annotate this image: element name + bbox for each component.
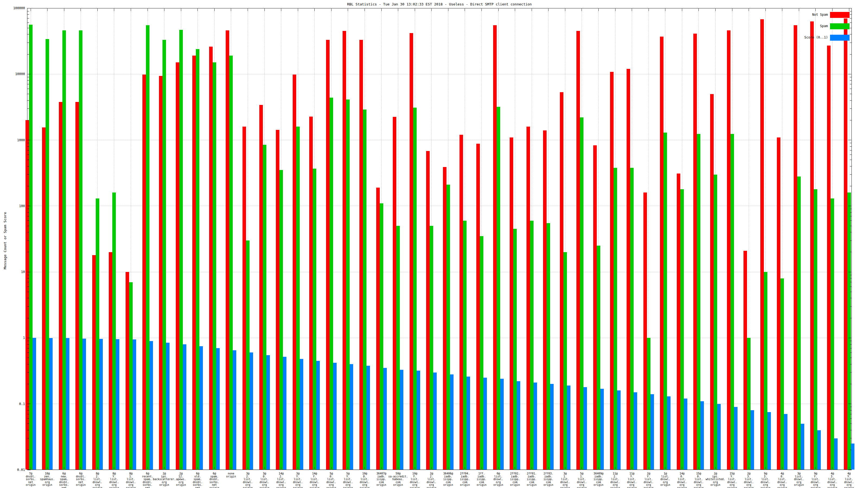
y-minor-tick (27, 423, 29, 424)
x-tick-bottom (582, 467, 582, 469)
bar-not-spam (827, 45, 831, 469)
bar-spam (29, 25, 33, 469)
x-tick-label: 5@ Y. list. dnswl. org origin (343, 472, 353, 488)
bar-score (66, 338, 69, 469)
y-minor-tick (850, 430, 851, 430)
bar-not-spam (226, 30, 229, 469)
y-minor-tick (850, 11, 851, 11)
y-minor-tick (27, 364, 29, 364)
x-tick-label: 3@ 2. list. dnswl. org origin (243, 472, 252, 488)
y-tick-label: 100 (1, 204, 25, 208)
y-minor-tick (850, 108, 851, 109)
x-tick-label: 9@ 3. list. dnswl. org origin (761, 472, 770, 488)
x-tick-label: 2ff04. iadb. isipp. com origin (460, 472, 470, 487)
x-tick-top (815, 8, 816, 11)
y-minor-tick (850, 166, 851, 166)
x-tick-label: 14@ 2. list. dnswl. org origin (276, 472, 286, 488)
y-major-tick (848, 272, 851, 272)
x-tick-top (64, 8, 64, 11)
x-tick-top (265, 8, 265, 11)
x-tick-bottom (197, 467, 198, 469)
bar-score (801, 424, 804, 469)
y-minor-tick (850, 318, 851, 318)
y-tick-label: 1000 (1, 138, 25, 142)
y-minor-tick (27, 358, 29, 358)
x-tick-label: 11@ 2. list. dnswl. org origin (610, 472, 620, 488)
bar-score (400, 370, 403, 469)
bar-score (684, 398, 687, 469)
bar-not-spam (577, 31, 580, 469)
bar-score (717, 404, 721, 469)
y-minor-tick (850, 160, 851, 160)
x-tick-top (532, 8, 532, 11)
y-minor-tick (850, 150, 851, 151)
x-tick-top (197, 8, 198, 11)
x-tick-label: 3@ list. dnswl. org origin (794, 472, 804, 487)
bar-score (416, 370, 420, 469)
legend-label-score: Score (0..1) (804, 35, 828, 39)
x-tick-label: 7@ dnsbl. sorbs. net origin (26, 472, 35, 487)
y-minor-tick (27, 438, 29, 438)
bar-score (216, 348, 220, 469)
bar-spam (647, 338, 650, 469)
x-tick-label: 2ff03. iadb. isipp. com origin (544, 472, 553, 487)
bar-not-spam (510, 137, 513, 469)
bar-score (367, 366, 370, 469)
x-tick-top (81, 8, 81, 11)
x-tick-bottom (482, 467, 482, 469)
y-minor-tick (850, 423, 851, 424)
y-minor-tick (850, 240, 851, 241)
bar-score (283, 357, 286, 469)
y-minor-tick (850, 410, 851, 411)
bar-score (33, 338, 36, 469)
y-minor-tick (27, 160, 29, 160)
x-tick-top (47, 8, 48, 11)
bar-spam (731, 134, 734, 469)
bar-score (667, 396, 671, 469)
x-tick-top (665, 8, 665, 11)
x-tick-bottom (265, 467, 265, 469)
y-minor-tick (850, 278, 851, 279)
bar-spam (45, 39, 49, 469)
x-tick-top (214, 8, 215, 11)
bar-not-spam (276, 130, 279, 469)
bar-spam (196, 49, 199, 469)
x-tick-label: 9@ Y. list. dnswl. org origin (811, 472, 820, 488)
x-tick-label: 3@ Y. list. dnswl. org origin (293, 472, 303, 488)
bar-not-spam (209, 46, 213, 469)
x-tick-bottom (181, 467, 181, 469)
bar-spam (597, 246, 600, 469)
x-tick-top (548, 8, 549, 11)
bar-spam (62, 30, 66, 469)
legend-swatch-not-spam (830, 12, 849, 18)
y-major-tick (27, 206, 31, 206)
x-tick-top (598, 8, 599, 11)
x-tick-label: 4@ Y. list. dnswl. org origin (844, 472, 854, 488)
x-tick-label: 4@ 0. list. dnswl. org origin (777, 472, 787, 488)
x-tick-bottom (598, 467, 599, 469)
bar-not-spam (744, 251, 747, 469)
bar-not-spam (493, 25, 497, 469)
x-tick-bottom (164, 467, 164, 469)
bar-not-spam (376, 188, 380, 469)
bar-not-spam (460, 135, 463, 469)
bar-spam (446, 185, 450, 469)
x-tick-bottom (649, 467, 649, 469)
bar-not-spam (660, 37, 663, 469)
bar-not-spam (343, 31, 346, 469)
x-tick-bottom (749, 467, 749, 469)
x-tick-label: 2@ 2. list. dnswl. org origin (427, 472, 436, 488)
y-gridline (27, 470, 852, 470)
bar-not-spam (593, 145, 597, 469)
bar-not-spam (777, 137, 780, 469)
y-minor-tick (850, 89, 851, 89)
y-minor-tick (850, 220, 851, 221)
x-tick-label: 8@ 2. list. dnswl. org origin (93, 472, 102, 488)
y-minor-tick (27, 220, 29, 221)
x-tick-top (415, 8, 415, 11)
y-minor-tick (27, 341, 29, 341)
x-tick-bottom (665, 467, 665, 469)
bar-not-spam (326, 40, 330, 469)
y-minor-tick (850, 364, 851, 364)
x-tick-label: 36406@ iadb. isipp. com origin (443, 472, 453, 487)
